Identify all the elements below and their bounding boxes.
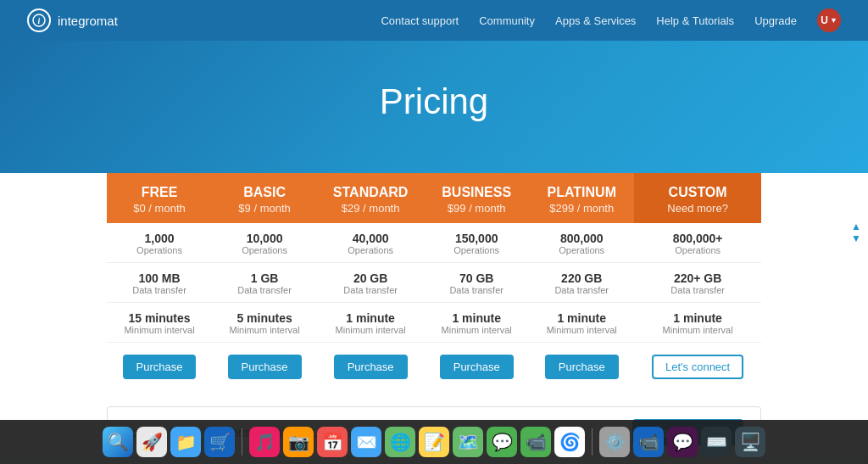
brand: i integromat [27,8,118,32]
pricing-table: FREE $0 / month BASIC $9 / month STANDAR… [107,173,761,393]
plan-header-business: BUSINESS $99 / month [424,173,529,223]
dock-slack[interactable]: 💬 [667,427,698,457]
navbar: i integromat Contact support Community A… [0,0,868,41]
int-basic: 5 minutes Minimum interval [212,303,317,343]
purchase-button-business[interactable]: Purchase [440,355,514,379]
dock-itunes[interactable]: 🎵 [249,427,280,457]
ops-platinum: 800,000 Operations [529,223,634,263]
dock-terminal[interactable]: ⌨️ [701,427,732,457]
dock-facetime[interactable]: 📹 [520,427,551,457]
plan-name-platinum: PLATINUM [536,185,627,200]
operations-row: 1,000 Operations 10,000 Operations 40,00… [107,223,761,263]
dt-business: 70 GB Data transfer [424,263,529,303]
plan-price-standard: $29 / month [324,202,417,215]
nav-help[interactable]: Help & Tutorials [656,14,734,27]
int-platinum: 1 minute Minimum interval [529,303,634,343]
brand-name: integromat [58,14,118,28]
plan-name-basic: BASIC [219,185,310,200]
btn-cell-custom: Let's connect [634,343,761,394]
int-standard: 1 minute Minimum interval [317,303,424,343]
purchase-button-platinum[interactable]: Purchase [545,355,619,379]
btn-cell-standard: Purchase [317,343,424,394]
plan-price-free: $0 / month [114,202,205,215]
dock-separator-2 [592,428,593,456]
dock-notes[interactable]: 📝 [419,427,449,457]
dock-settings[interactable]: ⚙️ [599,427,630,457]
plan-name-business: BUSINESS [431,185,522,200]
plan-header-free: FREE $0 / month [107,173,212,223]
dock-messages[interactable]: 💬 [487,427,517,457]
dock-monitor[interactable]: 🖥️ [735,427,765,457]
page-title: Pricing [0,81,868,122]
dock-appstore[interactable]: 🛒 [204,427,235,457]
ops-custom: 800,000+ Operations [634,223,761,263]
btn-cell-business: Purchase [424,343,529,394]
plan-header-custom: CUSTOM Need more? [634,173,761,223]
buttons-row: Purchase Purchase Purchase Purchase Purc… [107,343,761,394]
hero-section: Pricing [0,41,868,173]
dock-zoom[interactable]: 📹 [633,427,664,457]
nav-contact[interactable]: Contact support [381,14,459,27]
scroll-down-icon: ▼ [851,233,861,243]
plan-name-free: FREE [114,185,205,200]
int-custom: 1 minute Minimum interval [634,303,761,343]
connect-button-custom[interactable]: Let's connect [652,355,743,379]
dock-finder[interactable]: 🔍 [103,427,133,457]
dt-custom: 220+ GB Data transfer [634,263,761,303]
dock-chrome[interactable]: 🌀 [554,427,585,457]
dock-calendar[interactable]: 📅 [317,427,348,457]
nav-apps[interactable]: Apps & Services [555,14,636,27]
ops-business: 150,000 Operations [424,223,529,263]
plan-name-standard: STANDARD [324,185,417,200]
dock-photos[interactable]: 📷 [283,427,314,457]
ops-free: 1,000 Operations [107,223,212,263]
scroll-indicator: ▲ ▼ [851,221,861,243]
plan-header-platinum: PLATINUM $299 / month [529,173,634,223]
plan-header-standard: STANDARD $29 / month [317,173,424,223]
nav-community[interactable]: Community [479,14,535,27]
dock-safari[interactable]: 🌐 [385,427,415,457]
plan-name-custom: CUSTOM [641,185,754,200]
btn-cell-basic: Purchase [212,343,317,394]
plan-price-custom: Need more? [641,202,754,215]
btn-cell-free: Purchase [107,343,212,394]
svg-text:i: i [38,16,41,25]
btn-cell-platinum: Purchase [529,343,634,394]
plan-price-platinum: $299 / month [536,202,627,215]
brand-icon: i [27,8,51,32]
dt-standard: 20 GB Data transfer [317,263,424,303]
purchase-button-basic[interactable]: Purchase [228,355,302,379]
dock-maps[interactable]: 🗺️ [453,427,483,457]
dt-basic: 1 GB Data transfer [212,263,317,303]
pricing-section: FREE $0 / month BASIC $9 / month STANDAR… [0,173,868,458]
ops-standard: 40,000 Operations [317,223,424,263]
dock-launchpad[interactable]: 🚀 [136,427,167,457]
dock-files[interactable]: 📁 [170,427,201,457]
dt-platinum: 220 GB Data transfer [529,263,634,303]
cards-wrapper: FREE $0 / month BASIC $9 / month STANDAR… [86,173,782,393]
nav-upgrade[interactable]: Upgrade [754,14,797,27]
int-free: 15 minutes Minimum interval [107,303,212,343]
dock-mail[interactable]: ✉️ [351,427,381,457]
int-business: 1 minute Minimum interval [424,303,529,343]
plan-header-basic: BASIC $9 / month [212,173,317,223]
dock-separator [242,428,242,456]
ops-basic: 10,000 Operations [212,223,317,263]
purchase-button-free[interactable]: Purchase [123,355,197,379]
data-transfer-row: 100 MB Data transfer 1 GB Data transfer … [107,263,761,303]
plan-price-business: $99 / month [431,202,522,215]
avatar[interactable]: U ▼ [817,8,841,32]
scroll-up-icon: ▲ [851,221,861,232]
interval-row: 15 minutes Minimum interval 5 minutes Mi… [107,303,761,343]
purchase-button-standard[interactable]: Purchase [334,355,408,379]
dt-free: 100 MB Data transfer [107,263,212,303]
plan-price-basic: $9 / month [219,202,310,215]
macos-dock: 🔍 🚀 📁 🛒 🎵 📷 📅 ✉️ 🌐 📝 🗺️ 💬 📹 🌀 ⚙️ 📹 💬 ⌨️ … [0,420,868,464]
